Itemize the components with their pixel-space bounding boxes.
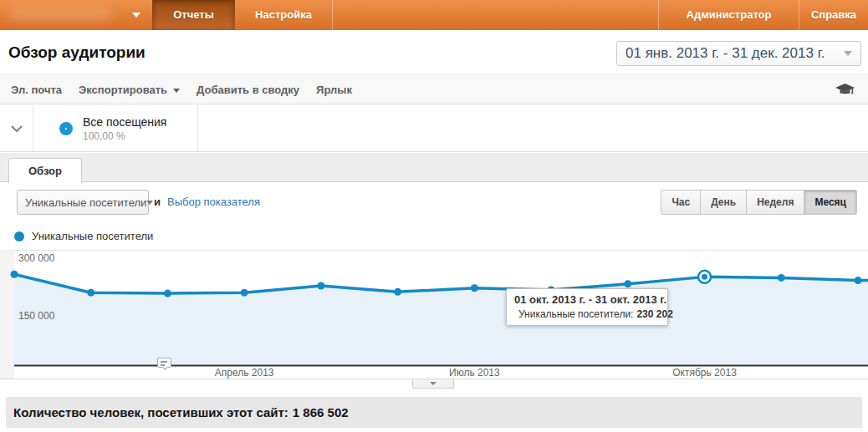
graduation-cap-icon[interactable] [835, 84, 855, 97]
shortcut-button[interactable]: Ярлык [316, 84, 352, 96]
topbar-spacer [333, 0, 658, 30]
granularity-button-group: Час День Неделя Месяц [661, 190, 857, 215]
x-axis-tick-april: Апрель 2013 [215, 367, 274, 379]
segment-name: Все посещения [83, 115, 166, 129]
add-to-dashboard-button[interactable]: Добавить в сводку [197, 84, 299, 96]
report-tab-strip: Обзор [0, 153, 868, 182]
caret-down-icon [173, 89, 180, 93]
tab-setup[interactable]: Настройка [235, 0, 333, 30]
chart-tooltip: 01 окт. 2013 г. - 31 окт. 2013 г. Уникал… [506, 288, 668, 326]
summary-bar: Количество человек, посетивших этот сайт… [6, 397, 862, 428]
unique-visitors-line-chart[interactable]: 300 000 150 000 Апрель 2013 Июль 2013 Ок… [0, 246, 868, 389]
report-header: Обзор аудитории 01 янв. 2013 г. - 31 дек… [0, 30, 868, 75]
summary-label: Количество человек, посетивших этот сайт… [13, 405, 288, 419]
topbar-link-help[interactable]: Справка [799, 0, 868, 30]
action-toolbar: Эл. почта Экспортировать Добавить в свод… [0, 76, 868, 104]
tooltip-series-value: 230 202 [636, 308, 672, 320]
chart-legend: Уникальные посетители [14, 230, 153, 242]
tooltip-date-range: 01 окт. 2013 г. - 31 окт. 2013 г. [514, 293, 660, 306]
segment-collapse-toggle[interactable] [0, 105, 33, 151]
segment-card-all-visits[interactable]: Все посещения 100,00 % [33, 105, 198, 151]
summary-value: 1 866 502 [293, 405, 349, 419]
legend-series-label: Уникальные посетители [32, 230, 153, 242]
account-name-redacted [8, 7, 113, 22]
segment-percent: 100,00 % [83, 130, 166, 142]
conjunction-label: и [154, 190, 161, 215]
y-axis-tick-150000: 150 000 [18, 310, 54, 322]
x-axis-tick-july: Июль 2013 [449, 367, 500, 379]
comment-bubble-icon[interactable] [157, 358, 171, 368]
segment-bar: Все посещения 100,00 % [0, 105, 868, 152]
chart-plot-area[interactable] [0, 246, 868, 389]
granularity-month-button[interactable]: Месяц [804, 190, 857, 215]
x-axis-tick-october: Октябрь 2013 [672, 367, 737, 379]
granularity-week-button[interactable]: Неделя [747, 190, 804, 215]
topbar-link-admin[interactable]: Администратор [658, 0, 799, 30]
legend-series-dot [14, 231, 24, 241]
segment-donut-icon [59, 122, 73, 135]
top-navigation-bar: Отчеты Настройка Администратор Справка [0, 0, 868, 30]
caret-down-icon[interactable] [132, 13, 140, 18]
caret-down-icon [146, 201, 153, 205]
export-label: Экспортировать [79, 84, 167, 96]
analytics-app: Отчеты Настройка Администратор Справка О… [0, 0, 868, 432]
page-title: Обзор аудитории [8, 30, 146, 75]
metric-selector-value: Уникальные посетители [25, 196, 146, 209]
export-button[interactable]: Экспортировать [79, 84, 180, 96]
granularity-day-button[interactable]: День [701, 190, 747, 215]
tab-reports[interactable]: Отчеты [152, 0, 235, 30]
email-button[interactable]: Эл. почта [11, 84, 62, 96]
caret-down-icon [844, 51, 852, 56]
date-range-value: 01 янв. 2013 г. - 31 дек. 2013 г. [625, 45, 825, 62]
tab-overview[interactable]: Обзор [8, 158, 82, 183]
metric-selector-dropdown[interactable]: Уникальные посетители [17, 190, 149, 215]
account-selector[interactable] [0, 0, 152, 30]
y-axis-tick-300000: 300 000 [18, 252, 54, 264]
caret-down-icon [430, 382, 437, 385]
date-range-selector[interactable]: 01 янв. 2013 г. - 31 дек. 2013 г. [616, 41, 861, 66]
annotations-collapse-tab[interactable] [412, 379, 454, 389]
granularity-hour-button[interactable]: Час [661, 190, 701, 215]
select-metric-link[interactable]: Выбор показателя [167, 190, 260, 215]
chevron-down-icon [11, 125, 23, 132]
tooltip-series-label: Уникальные посетители: [518, 308, 633, 320]
